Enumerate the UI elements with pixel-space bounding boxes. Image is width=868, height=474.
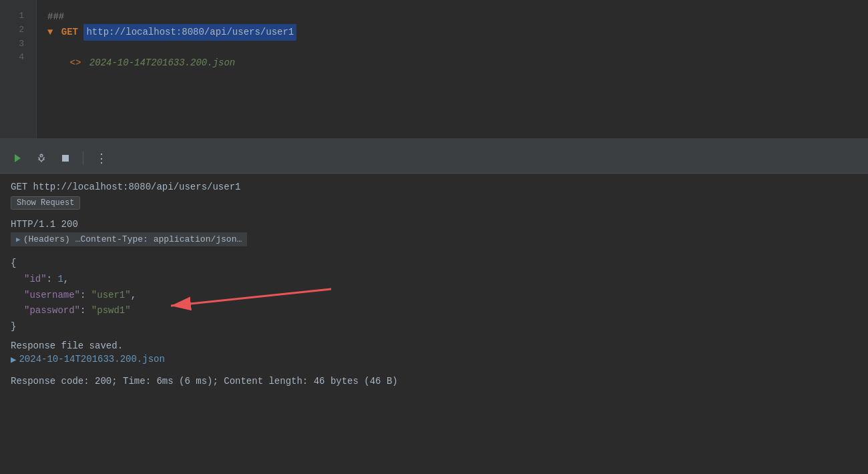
- stop-icon: [60, 153, 71, 164]
- response-saved-text: Response file saved.: [11, 340, 857, 351]
- line-comment: ###: [47, 11, 64, 22]
- response-file-link-container: ▶ 2024-10-14T201633.200.json: [11, 354, 857, 376]
- line-1: ###: [47, 9, 857, 24]
- headers-line[interactable]: ▶ (Headers) …Content-Type: application/j…: [11, 232, 247, 246]
- collapse-chevron[interactable]: ▼: [47, 27, 59, 37]
- line-number-2: 2: [5, 23, 31, 37]
- line-2[interactable]: ▼ GET http://localhost:8080/api/users/us…: [47, 24, 857, 40]
- http-method: GET: [61, 27, 84, 37]
- headers-text: (Headers) …Content-Type: application/jso…: [23, 234, 242, 244]
- line-numbers: 1 2 3 4: [0, 0, 37, 138]
- show-request-button[interactable]: Show Request: [11, 196, 80, 210]
- json-username-line: "username": "user1",: [11, 288, 857, 304]
- run-toolbar: ⋮: [0, 143, 868, 174]
- run-icon: [12, 153, 23, 164]
- svg-marker-0: [15, 154, 21, 162]
- line-number-4: 4: [5, 51, 31, 65]
- more-actions-button[interactable]: ⋮: [91, 150, 112, 167]
- json-body: { "id": 1, "username": "user1", "passwor…: [11, 256, 857, 335]
- editor-content[interactable]: ### ▼ GET http://localhost:8080/api/user…: [37, 0, 868, 138]
- response-file-link-text: 2024-10-14T201633.200.json: [19, 354, 164, 365]
- response-file-chevron: <>: [70, 57, 81, 68]
- response-file-chevron-icon: ▶: [11, 354, 16, 365]
- toolbar-divider: [83, 152, 83, 165]
- response-file-link[interactable]: ▶ 2024-10-14T201633.200.json: [11, 354, 165, 365]
- http-status: HTTP/1.1 200: [11, 219, 857, 230]
- json-open-brace: {: [11, 256, 857, 272]
- headers-chevron-icon: ▶: [16, 235, 21, 244]
- request-display-line: GET http://localhost:8080/api/users/user…: [11, 182, 857, 192]
- editor-section: 1 2 3 4 ### ▼ GET http://localhost:8080/…: [0, 0, 868, 140]
- line-number-3: 3: [5, 37, 31, 51]
- json-close-brace: }: [11, 319, 857, 335]
- json-body-wrapper: { "id": 1, "username": "user1", "passwor…: [11, 256, 857, 335]
- get-url: http://localhost:8080/api/users/user1: [83, 24, 296, 40]
- line-3: [47, 41, 857, 55]
- response-file-name: 2024-10-14T201633.200.json: [89, 57, 235, 68]
- response-code-line: Response code: 200; Time: 6ms (6 ms); Co…: [11, 376, 857, 387]
- debug-button[interactable]: [32, 150, 51, 166]
- json-password-line: "password": "pswd1": [11, 303, 857, 319]
- stop-button[interactable]: [56, 150, 75, 166]
- output-section: GET http://localhost:8080/api/users/user…: [0, 174, 868, 474]
- line-4[interactable]: <> 2024-10-14T201633.200.json: [47, 55, 857, 70]
- svg-rect-8: [62, 155, 69, 162]
- bug-icon: [36, 153, 47, 164]
- run-button[interactable]: [8, 150, 27, 166]
- json-id-line: "id": 1,: [11, 272, 857, 288]
- line-number-1: 1: [5, 9, 31, 23]
